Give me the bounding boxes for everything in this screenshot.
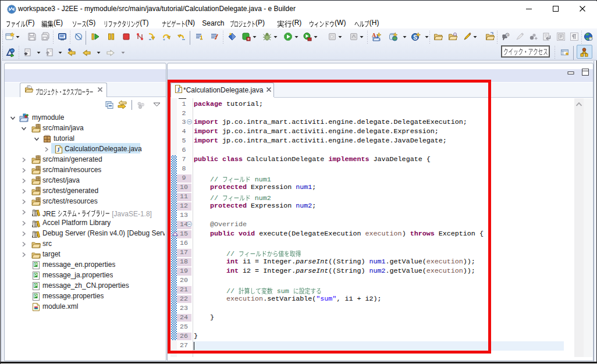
svg-text:C: C (506, 33, 509, 37)
svg-text:P: P (34, 283, 37, 288)
svg-text:J: J (57, 147, 60, 153)
svg-text:J: J (376, 33, 379, 40)
svg-text:P: P (34, 272, 37, 278)
svg-text:P: P (34, 262, 37, 267)
svg-text:P: P (34, 293, 37, 299)
